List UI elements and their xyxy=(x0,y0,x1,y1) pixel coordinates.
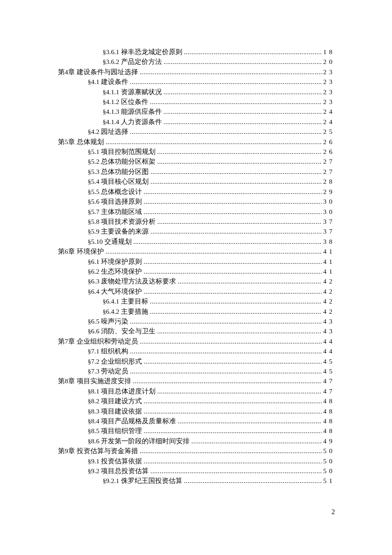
toc-page: 29 xyxy=(323,187,335,197)
toc-number: §6.6 xyxy=(88,326,99,336)
toc-number: §4.1.2 xyxy=(103,97,119,107)
toc-row: 第6章 环境保护 41 xyxy=(58,246,335,256)
toc-number: §4.1.1 xyxy=(103,87,119,97)
toc-label: §9.2.1 侏罗纪王国投资估算 xyxy=(103,476,182,486)
toc-leader-dots xyxy=(144,406,322,416)
toc-label: §6.5 噪声污染 xyxy=(88,316,128,326)
toc-label: 第5章 总体规划 xyxy=(58,137,104,147)
toc-label: §8.3 项目建设依据 xyxy=(88,406,142,416)
toc-number: §4.2 xyxy=(88,127,99,136)
toc-row: §5.10 交通规划 38 xyxy=(58,237,335,246)
toc-number: §5.8 xyxy=(88,217,99,226)
toc-page: 41 xyxy=(323,266,335,276)
toc-label: 第7章 企业组织和劳动定员 xyxy=(58,336,138,346)
toc-leader-dots xyxy=(144,197,322,206)
toc-title: 环境保护原则 xyxy=(101,258,142,265)
toc-page: 30 xyxy=(323,207,335,217)
toc-row: §3.6.1 禄丰恐龙城定价原则 18 xyxy=(58,47,335,57)
toc-number: §5.6 xyxy=(88,197,99,206)
toc-number: §3.6.1 xyxy=(103,47,119,57)
toc-leader-dots xyxy=(130,77,322,87)
toc-label: 第6章 环境保护 xyxy=(58,246,104,256)
toc-title: 禄丰恐龙城定价原则 xyxy=(121,48,182,55)
toc-label: §4.1.1 资源禀赋状况 xyxy=(103,87,162,97)
toc-title: 主体功能区域 xyxy=(101,208,142,215)
toc-title: 总体功能分区框架 xyxy=(101,158,156,165)
toc-page: 24 xyxy=(323,117,335,127)
toc-title: 生态环境保护 xyxy=(101,268,142,275)
toc-title: 开发第一阶段的详细时间安排 xyxy=(101,437,190,445)
toc-leader-dots xyxy=(157,386,322,396)
toc-leader-dots xyxy=(106,246,322,256)
toc-leader-dots xyxy=(144,426,322,436)
toc-row: §8.2 项目建设方式 48 xyxy=(58,396,335,406)
toc-leader-dots xyxy=(130,316,322,326)
toc-title: 项目实施进度安排 xyxy=(77,377,131,384)
toc-label: §5.7 主体功能区域 xyxy=(88,207,142,217)
document-page: §3.6.1 禄丰恐龙城定价原则 18§3.6.2 产品定价方法 20第4章 建… xyxy=(0,0,392,555)
toc-leader-dots xyxy=(133,376,322,386)
toc-title: 园址选择 xyxy=(101,128,128,135)
toc-label: §4.1.3 能源供应条件 xyxy=(103,107,162,116)
toc-leader-dots xyxy=(164,107,322,116)
toc-label: §5.2 总体功能分区框架 xyxy=(88,156,156,166)
toc-title: 大气环境保护 xyxy=(101,288,142,295)
toc-page: 42 xyxy=(323,306,335,316)
toc-page: 47 xyxy=(323,386,335,396)
toc-page: 50 xyxy=(323,466,335,476)
toc-label: §5.10 交通规划 xyxy=(88,237,132,246)
toc-number: §5.7 xyxy=(88,207,99,217)
toc-label: §6.4.2 主要措施 xyxy=(103,306,148,316)
toc-number: §3.6.2 xyxy=(103,57,119,66)
toc-number: §4.1 xyxy=(88,77,99,87)
toc-label: §6.4 大气环境保护 xyxy=(88,286,142,296)
toc-page: 50 xyxy=(323,456,335,466)
toc-title: 项目核心区规划 xyxy=(101,178,149,185)
toc-page: 28 xyxy=(323,176,335,186)
toc-row: §6.5 噪声污染 43 xyxy=(58,316,335,326)
toc-label: §5.9 主要设备的来源 xyxy=(88,226,149,236)
toc-row: §7.2 企业组织形式 45 xyxy=(58,356,335,366)
toc-title: 总体概念设计 xyxy=(101,188,142,195)
toc-row: §9.1 投资估算依据 50 xyxy=(58,456,335,466)
toc-page: 38 xyxy=(323,237,335,246)
toc-row: §9.2.1 侏罗纪王国投资估算 51 xyxy=(58,476,335,486)
toc-page: 45 xyxy=(323,366,335,376)
toc-row: §6.4 大气环境保护 42 xyxy=(58,286,335,296)
toc-number: §4.1.3 xyxy=(103,107,119,116)
toc-label: §8.2 项目建设方式 xyxy=(88,396,142,406)
toc-number: 第9章 xyxy=(58,446,75,456)
toc-label: §3.6.1 禄丰恐龙城定价原则 xyxy=(103,47,182,57)
toc-page: 48 xyxy=(323,416,335,426)
toc-row: §9.2 项目总投资估算 50 xyxy=(58,466,335,476)
toc-title: 总体规划 xyxy=(77,138,104,145)
toc-leader-dots xyxy=(144,356,322,366)
toc-number: §9.1 xyxy=(88,456,99,466)
toc-row: 第8章 项目实施进度安排 47 xyxy=(58,376,335,386)
toc-number: §7.3 xyxy=(88,366,99,376)
toc-number: 第7章 xyxy=(58,336,75,346)
toc-row: §5.5 总体概念设计 29 xyxy=(58,187,335,197)
toc-page: 37 xyxy=(323,217,335,226)
toc-row: §5.7 主体功能区域 30 xyxy=(58,207,335,217)
toc-page: 45 xyxy=(323,356,335,366)
toc-page: 20 xyxy=(323,57,335,66)
toc-title: 交通规划 xyxy=(104,238,132,245)
table-of-contents: §3.6.1 禄丰恐龙城定价原则 18§3.6.2 产品定价方法 20第4章 建… xyxy=(58,47,335,486)
toc-title: 主要目标 xyxy=(121,298,148,305)
toc-page: 47 xyxy=(323,376,335,386)
toc-number: 第8章 xyxy=(58,376,75,386)
toc-number: §8.6 xyxy=(88,436,99,446)
toc-leader-dots xyxy=(150,167,322,176)
toc-title: 项目建设方式 xyxy=(101,397,142,405)
toc-row: §8.6 开发第一阶段的详细时间安排 49 xyxy=(58,436,335,446)
toc-number: §4.1.4 xyxy=(103,117,119,127)
toc-row: §5.9 主要设备的来源 37 xyxy=(58,226,335,236)
toc-label: §9.1 投资估算依据 xyxy=(88,456,142,466)
toc-row: §5.2 总体功能分区框架 27 xyxy=(58,156,335,166)
toc-leader-dots xyxy=(130,366,322,376)
toc-label: §7.2 企业组织形式 xyxy=(88,356,142,366)
toc-leader-dots xyxy=(144,456,322,466)
toc-leader-dots xyxy=(157,156,322,166)
toc-label: §9.2 项目总投资估算 xyxy=(88,466,149,476)
